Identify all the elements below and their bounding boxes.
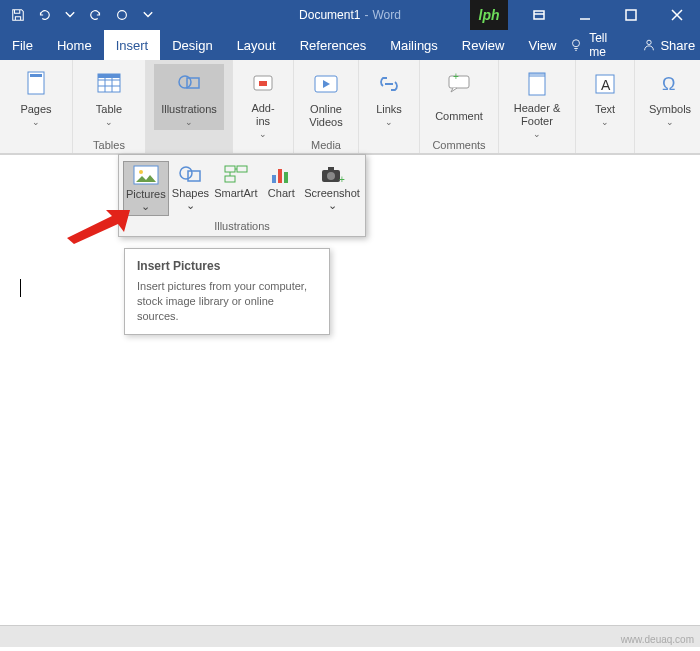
pictures-icon <box>132 164 160 188</box>
minimize-icon[interactable] <box>562 0 608 30</box>
undo-icon[interactable] <box>32 3 56 27</box>
tab-design[interactable]: Design <box>160 30 224 60</box>
pages-button[interactable]: Pages⌄ <box>8 64 64 130</box>
tooltip-body: Insert pictures from your computer, stoc… <box>137 279 317 324</box>
group-addins: Add- ins⌄ <box>233 60 294 153</box>
svg-rect-8 <box>98 74 120 78</box>
red-arrow-annotation <box>62 206 132 246</box>
window-controls <box>516 0 700 30</box>
tab-mailings[interactable]: Mailings <box>378 30 450 60</box>
illustrations-flyout: Pictures⌄ Shapes⌄ SmartArt Chart + Scree… <box>118 154 366 237</box>
tab-review[interactable]: Review <box>450 30 517 60</box>
svg-text:+: + <box>453 71 459 82</box>
shapes-button[interactable]: Shapes⌄ <box>169 161 212 216</box>
screenshot-button[interactable]: + Screenshot⌄ <box>303 161 361 216</box>
title-bar: Document1 - Word lph <box>0 0 700 30</box>
group-tables-label: Tables <box>93 137 125 151</box>
svg-rect-27 <box>225 176 235 182</box>
svg-rect-12 <box>259 81 267 86</box>
svg-text:+: + <box>339 174 345 185</box>
tab-insert[interactable]: Insert <box>104 30 161 60</box>
smartart-icon <box>222 163 250 187</box>
group-media-label: Media <box>311 137 341 151</box>
touch-mode-icon[interactable] <box>110 3 134 27</box>
tooltip-title: Insert Pictures <box>137 259 317 273</box>
table-button[interactable]: Table⌄ <box>81 64 137 130</box>
tab-layout[interactable]: Layout <box>225 30 288 60</box>
svg-point-3 <box>572 40 579 47</box>
text-cursor <box>20 279 21 297</box>
group-symbols: Ω Symbols⌄ <box>635 60 700 153</box>
svg-rect-17 <box>529 73 545 77</box>
links-button[interactable]: Links⌄ <box>367 64 411 130</box>
document-name: Document1 <box>299 8 360 22</box>
links-icon <box>373 68 405 100</box>
undo-dropdown-icon[interactable] <box>58 3 82 27</box>
svg-rect-6 <box>30 74 42 77</box>
header-footer-icon <box>521 68 553 100</box>
comment-button[interactable]: + Comment <box>428 64 490 130</box>
svg-point-0 <box>118 11 127 20</box>
lightbulb-icon[interactable] <box>568 35 583 55</box>
pages-icon <box>20 68 52 100</box>
header-footer-button[interactable]: Header & Footer⌄ <box>507 64 567 141</box>
title-separator: - <box>364 8 368 22</box>
ribbon: Pages⌄ Table⌄ Tables Illustrations⌄ Add- <box>0 60 700 154</box>
svg-rect-28 <box>272 175 276 183</box>
chart-icon <box>267 163 295 187</box>
symbols-button[interactable]: Ω Symbols⌄ <box>643 64 697 130</box>
group-header-footer: Header & Footer⌄ <box>499 60 576 153</box>
group-tables: Table⌄ Tables <box>73 60 146 153</box>
svg-rect-14 <box>449 76 469 88</box>
group-media: Online Videos Media <box>294 60 359 153</box>
maximize-icon[interactable] <box>608 0 654 30</box>
tab-home[interactable]: Home <box>45 30 104 60</box>
group-pages-label <box>34 137 37 151</box>
svg-rect-30 <box>284 172 288 183</box>
svg-text:A: A <box>601 77 611 93</box>
svg-rect-1 <box>534 11 544 19</box>
window-title: Document1 - Word <box>299 8 401 22</box>
addins-button[interactable]: Add- ins⌄ <box>241 64 285 141</box>
text-icon: A <box>589 68 621 100</box>
video-icon <box>310 68 342 100</box>
watermark: www.deuaq.com <box>621 634 694 645</box>
illustrations-icon <box>173 68 205 100</box>
svg-rect-29 <box>278 169 282 183</box>
svg-point-4 <box>647 40 651 44</box>
tooltip: Insert Pictures Insert pictures from you… <box>124 248 330 335</box>
svg-rect-24 <box>188 171 200 181</box>
shapes-icon <box>176 163 204 187</box>
svg-point-32 <box>327 172 335 180</box>
svg-point-23 <box>180 167 192 179</box>
online-videos-button[interactable]: Online Videos <box>302 64 350 130</box>
redo-icon[interactable] <box>84 3 108 27</box>
save-icon[interactable] <box>6 3 30 27</box>
logo-badge: lph <box>470 0 508 30</box>
svg-rect-25 <box>225 166 235 172</box>
text-button[interactable]: A Text⌄ <box>584 64 626 130</box>
smartart-button[interactable]: SmartArt <box>212 161 259 216</box>
group-comments-label: Comments <box>432 137 485 151</box>
share-button[interactable]: Share <box>642 38 695 53</box>
chart-button[interactable]: Chart <box>260 161 303 216</box>
qat-customize-icon[interactable] <box>136 3 160 27</box>
addins-icon <box>247 68 279 100</box>
comment-icon: + <box>443 68 475 100</box>
svg-rect-2 <box>626 10 636 20</box>
screenshot-icon: + <box>318 163 346 187</box>
svg-point-22 <box>139 170 143 174</box>
tell-me-label[interactable]: Tell me <box>589 31 617 59</box>
tab-references[interactable]: References <box>288 30 378 60</box>
svg-rect-26 <box>237 166 247 172</box>
ribbon-display-icon[interactable] <box>516 0 562 30</box>
illustrations-button[interactable]: Illustrations⌄ <box>154 64 224 130</box>
quick-access-toolbar <box>0 3 160 27</box>
table-icon <box>93 68 125 100</box>
tab-file[interactable]: File <box>0 30 45 60</box>
close-icon[interactable] <box>654 0 700 30</box>
group-links: Links⌄ <box>359 60 420 153</box>
flyout-group-label: Illustrations <box>119 218 365 236</box>
group-illustrations: Illustrations⌄ <box>146 60 233 153</box>
tab-view[interactable]: View <box>516 30 568 60</box>
